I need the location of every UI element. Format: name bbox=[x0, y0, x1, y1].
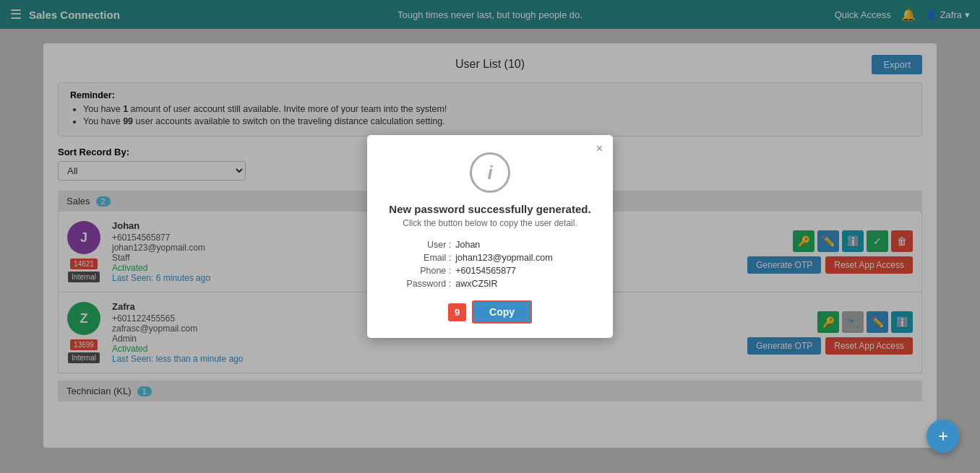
modal-title: New password successfully generated. bbox=[384, 203, 596, 215]
modal-overlay: × i New password successfully generated.… bbox=[0, 0, 980, 473]
email-label: Email : bbox=[384, 251, 452, 264]
modal-info-icon: i bbox=[470, 152, 510, 193]
phone-value: +60154565877 bbox=[452, 264, 596, 277]
modal-details: User : Johan Email : johan123@yopmail.co… bbox=[384, 238, 596, 290]
modal: × i New password successfully generated.… bbox=[367, 135, 613, 338]
phone-label: Phone : bbox=[384, 264, 452, 277]
user-value: Johan bbox=[452, 238, 596, 251]
modal-close-button[interactable]: × bbox=[596, 142, 603, 155]
modal-subtitle: Click the button below to copy the user … bbox=[384, 218, 596, 228]
fab-button[interactable]: + bbox=[927, 420, 960, 453]
copy-number-badge: 9 bbox=[448, 303, 466, 321]
email-value: johan123@yopmail.com bbox=[452, 251, 596, 264]
password-label: Password : bbox=[384, 277, 452, 290]
modal-copy-row: 9 Copy bbox=[384, 300, 596, 324]
user-label: User : bbox=[384, 238, 452, 251]
copy-button[interactable]: Copy bbox=[472, 300, 532, 324]
modal-icon-wrap: i bbox=[384, 152, 596, 193]
password-value: awxCZ5IR bbox=[452, 277, 596, 290]
